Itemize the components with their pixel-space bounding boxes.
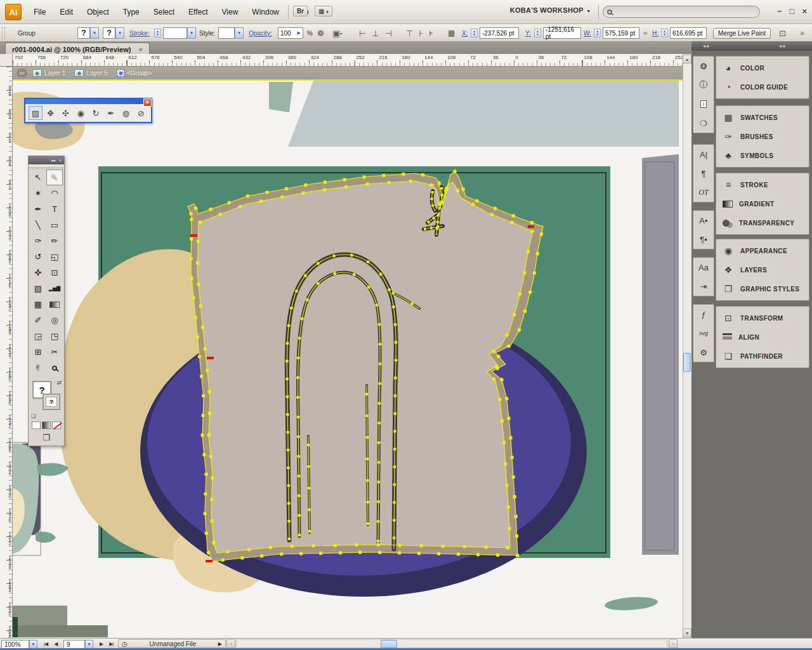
hand-tool[interactable]: ✌ xyxy=(30,360,46,376)
stroke-swatch[interactable]: ? xyxy=(103,27,115,39)
panel-button-transparency[interactable]: TRANSPARENCY xyxy=(716,213,809,232)
previous-page-button[interactable]: ◀ xyxy=(51,641,60,647)
h-stepper[interactable]: ▲▼ xyxy=(661,29,668,37)
collapse-panels-icon[interactable]: ◂◂ xyxy=(779,43,785,49)
style-field[interactable] xyxy=(218,27,235,39)
opacity-field[interactable]: 100▶ xyxy=(278,27,303,39)
align-left-icon[interactable]: ⊢ xyxy=(359,29,366,38)
panel-button-gradient[interactable]: GRADIENT xyxy=(716,194,809,213)
maximize-button[interactable]: □ xyxy=(790,6,795,16)
symbol-screener[interactable]: ◍ xyxy=(119,106,133,120)
constrain-proportions-icon[interactable]: ∞ xyxy=(643,30,647,36)
gradient-mode-button[interactable] xyxy=(42,421,51,429)
eyedropper-tool[interactable]: ✐ xyxy=(30,312,46,328)
none-mode-button[interactable] xyxy=(52,421,61,429)
reference-point-icon[interactable]: ▩ xyxy=(448,29,455,37)
symbol-shifter[interactable]: ✥ xyxy=(44,106,58,120)
menu-item[interactable]: Window xyxy=(245,5,286,19)
paintbrush-tool[interactable]: ✑ xyxy=(30,233,46,249)
menu-item[interactable]: Edit xyxy=(53,5,80,19)
character-icon[interactable] xyxy=(693,145,714,164)
w-stepper[interactable]: ▲▼ xyxy=(594,29,601,37)
scroll-up-button[interactable]: ▴ xyxy=(683,55,691,63)
drag-handle[interactable] xyxy=(2,27,5,39)
pencil-tool[interactable]: ✏ xyxy=(46,233,63,249)
y-stepper[interactable]: ▲▼ xyxy=(534,29,541,37)
free-transform-tool[interactable]: ⊡ xyxy=(46,265,63,281)
app-logo-icon[interactable]: Ai xyxy=(5,4,22,20)
stroke-color-box[interactable]: ? xyxy=(43,394,60,410)
tools-palette[interactable]: ▸▸ × ↖↖✶◠✒T╲▭✑✏↺◱✜⊡▧▂▅▇▦✐◎◲◳⊞✂✌ ⇄ ? ? ❏ … xyxy=(28,156,65,446)
stone-shape[interactable] xyxy=(197,181,533,553)
collapse-icons-icon[interactable]: ◂◂ xyxy=(703,43,709,49)
slice-tool[interactable]: ✂ xyxy=(46,344,63,360)
align-right-icon[interactable]: ⊣ xyxy=(385,29,392,38)
symbol-spinner[interactable]: ↻ xyxy=(89,106,103,120)
teal-smudge-shape[interactable] xyxy=(604,595,658,612)
glyphs-icon[interactable] xyxy=(693,258,714,277)
stroke-weight-field[interactable] xyxy=(163,27,187,39)
align-top-icon[interactable]: ⊤ xyxy=(406,29,413,38)
opentype-icon[interactable] xyxy=(693,183,714,202)
panel-button-brushes[interactable]: BRUSHES xyxy=(716,127,809,146)
swap-fill-stroke-icon[interactable]: ⇄ xyxy=(56,380,62,386)
symbol-sprayer[interactable]: ▨ xyxy=(29,106,43,120)
horizontal-scrollbar[interactable] xyxy=(236,639,667,648)
status-segment[interactable]: ◷ Unmanaged File ▶ xyxy=(118,639,226,648)
mesh-tool[interactable]: ▦ xyxy=(30,296,46,312)
breadcrumb-group[interactable]: ◈ <Group> xyxy=(117,69,152,77)
dock-header[interactable]: ◂◂ ◂◂ xyxy=(691,41,812,51)
graph-tool[interactable]: ▂▅▇ xyxy=(46,281,63,296)
panel-button-symbols[interactable]: SYMBOLS xyxy=(716,146,809,165)
y-field[interactable]: -1251,616 pt xyxy=(543,27,581,39)
scroll-down-button[interactable]: ▾ xyxy=(683,628,691,637)
stroke-dropdown[interactable]: ▾ xyxy=(115,27,124,39)
warp-tool[interactable]: ✜ xyxy=(30,265,46,281)
mini-artwork-group[interactable] xyxy=(13,442,69,555)
pen-tool[interactable]: ✒ xyxy=(30,201,46,217)
menu-item[interactable]: View xyxy=(215,5,246,19)
scale-tool[interactable]: ◱ xyxy=(46,249,63,265)
panel-button-stroke[interactable]: STROKE xyxy=(716,175,809,194)
last-page-button[interactable]: ▶| xyxy=(106,641,116,647)
align-center-icon[interactable]: ⊥ xyxy=(372,29,379,38)
tabs-icon[interactable] xyxy=(693,277,714,296)
opacity-link[interactable]: Opacity: xyxy=(249,30,272,37)
menu-item[interactable]: Type xyxy=(116,5,147,19)
panel-options-icon[interactable]: ≡ xyxy=(801,30,804,37)
x-field[interactable]: -237,526 pt xyxy=(480,27,519,39)
panel-button-pathfinder[interactable]: PATHFINDER xyxy=(716,347,809,366)
minimize-button[interactable]: − xyxy=(777,6,782,16)
panel-button-color-guide[interactable]: COLOR GUIDE xyxy=(716,77,809,96)
stroke-weight-link[interactable]: Stroke: xyxy=(129,30,150,37)
zoom-level-field[interactable]: 100% xyxy=(1,640,29,649)
panel-button-appearance[interactable]: APPEARANCE xyxy=(716,241,809,260)
menu-item[interactable]: Select xyxy=(147,5,181,19)
scroll-right-button[interactable]: › xyxy=(669,639,678,648)
paragraph-icon[interactable] xyxy=(693,164,714,183)
color-mode-button[interactable] xyxy=(32,421,41,429)
merge-live-paint-button[interactable]: Merge Live Paint xyxy=(713,28,771,39)
search-box[interactable] xyxy=(603,6,760,18)
fill-dropdown[interactable]: ▾ xyxy=(90,27,99,39)
vertical-scrollbar[interactable] xyxy=(683,54,691,638)
default-fill-stroke-icon[interactable]: ❏ xyxy=(31,413,36,419)
selection-tool[interactable]: ↖ xyxy=(30,169,46,185)
menu-item[interactable]: Effect xyxy=(181,5,214,19)
symbol-scruncher[interactable]: ✣ xyxy=(58,106,72,120)
paragraph-styles-icon[interactable] xyxy=(693,230,714,249)
menu-item[interactable]: Object xyxy=(80,5,116,19)
crop-area-tool[interactable]: ⊞ xyxy=(30,344,46,360)
page-number-field[interactable]: 9 xyxy=(63,640,85,649)
panel-button-layers[interactable]: LAYERS xyxy=(716,260,809,279)
live-paint-selection-tool[interactable]: ◳ xyxy=(46,328,63,344)
document-setup-icon[interactable]: ▣ xyxy=(332,29,340,38)
align-middle-icon[interactable]: ⊦ xyxy=(419,29,423,38)
character-styles-icon[interactable] xyxy=(693,211,714,230)
panel-button-swatches[interactable]: SWATCHES xyxy=(716,108,809,127)
symbol-styler[interactable]: ⊘ xyxy=(134,106,148,120)
spinner-icon[interactable]: ▶ xyxy=(298,30,301,36)
line-segment-tool[interactable]: ╲ xyxy=(30,217,46,233)
breadcrumb-layer-1[interactable]: ◈ Layer 1 xyxy=(32,69,65,77)
panel-button-align[interactable]: ALIGN xyxy=(716,328,809,347)
